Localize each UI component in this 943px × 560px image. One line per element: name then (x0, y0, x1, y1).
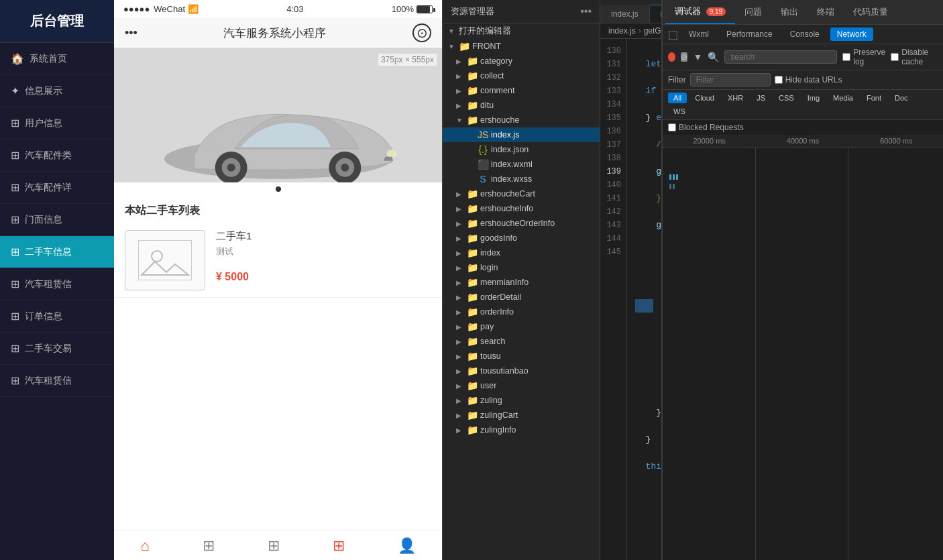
bottom-nav-grid2[interactable]: ⊞ (268, 537, 280, 555)
folder-pay[interactable]: ▶ 📁 pay (443, 319, 600, 334)
dt-tab-performance[interactable]: Performance (720, 27, 779, 41)
bottom-nav-home[interactable]: ⌂ (140, 537, 149, 555)
folder-ershouche-order[interactable]: ▶ 📁 ershoucheOrderInfo (443, 216, 600, 231)
preserve-log-group: Preserve log (842, 48, 885, 66)
sidebar-item-used-trade[interactable]: ⊞ 二手车交易 (0, 333, 114, 365)
folder-ershouche-info[interactable]: ▶ 📁 ershoucheInfo (443, 201, 600, 216)
front-root[interactable]: ▼ 📁 FRONT (443, 39, 600, 54)
type-img[interactable]: Img (802, 93, 825, 103)
dt-tab-console[interactable]: Console (783, 27, 826, 41)
folder-comment[interactable]: ▶ 📁 comment (443, 83, 600, 98)
devtools-tab-debugger[interactable]: 调试器 9,19 (665, 0, 735, 24)
type-ws[interactable]: WS (668, 106, 691, 117)
folder-login[interactable]: ▶ 📁 login (443, 260, 600, 275)
ln-135: 135 (600, 111, 626, 125)
record-button[interactable] (668, 52, 675, 62)
wxml-file-icon: ⬛ (478, 159, 488, 170)
type-xhr[interactable]: XHR (722, 93, 748, 103)
sidebar-item-parts-cat[interactable]: ⊞ 汽车配件类 (0, 139, 114, 172)
type-doc[interactable]: Doc (889, 93, 913, 103)
sidebar-item-storefront[interactable]: ⊞ 门面信息 (0, 204, 114, 236)
sidebar-item-rental2[interactable]: ⊞ 汽车租赁信 (0, 365, 114, 397)
line-numbers: 130 131 132 133 134 135 136 137 138 139 … (600, 39, 627, 560)
index-json-label: index.json (491, 145, 529, 154)
folder-zuling-info[interactable]: ▶ 📁 zulingInfo (443, 423, 600, 437)
file-index-wxss[interactable]: ▶ S index.wxss (443, 172, 600, 186)
folder-category[interactable]: ▶ 📁 category (443, 54, 600, 68)
editor-tab-1[interactable]: index.js (600, 5, 650, 23)
bottom-nav-grid1[interactable]: ⊞ (203, 537, 215, 555)
network-search-input[interactable] (724, 50, 837, 64)
file-index-wxml[interactable]: ▶ ⬛ index.wxml (443, 157, 600, 172)
folder-order-info[interactable]: ▶ 📁 orderInfo (443, 304, 600, 319)
sidebar-item-home[interactable]: 🏠 系统首页 (0, 43, 114, 75)
cat-arrow: ▶ (456, 58, 464, 65)
folder-menmian[interactable]: ▶ 📁 menmianInfo (443, 275, 600, 290)
devtools-tab-quality[interactable]: 代码质量 (844, 1, 897, 23)
type-js[interactable]: JS (751, 93, 771, 103)
devtools-panel: 调试器 9,19 问题 输出 终端 代码质量 ⬚ Wxml Performanc… (661, 0, 943, 560)
folder-zuling-cart[interactable]: ▶ 📁 zulingCart (443, 408, 600, 423)
code-line-131: if (!goodsInfoGoodsList || (635, 85, 653, 98)
sidebar-item-order[interactable]: ⊞ 订单信息 (0, 300, 114, 333)
more-icon[interactable]: ••• (125, 26, 137, 40)
type-cloud[interactable]: Cloud (689, 93, 720, 103)
disable-cache-checkbox[interactable] (891, 53, 899, 61)
preserve-log-label: Preserve log (853, 48, 885, 66)
devtools-tab-output[interactable]: 输出 (771, 1, 808, 23)
folder-search[interactable]: ▶ 📁 search (443, 334, 600, 349)
sidebar-item-display[interactable]: ✦ 信息展示 (0, 75, 114, 107)
bottom-nav-grid3[interactable]: ⊞ (333, 537, 345, 555)
devtools-tab-terminal[interactable]: 终端 (808, 1, 844, 23)
dt-tab-network[interactable]: Network (830, 27, 873, 41)
opened-editors-header[interactable]: ▼ 打开的编辑器 (443, 23, 600, 39)
folder-user[interactable]: ▶ 📁 user (443, 378, 600, 393)
type-css[interactable]: CSS (773, 93, 799, 103)
folder-index[interactable]: ▶ 📁 index (443, 245, 600, 260)
sidebar-item-used-car[interactable]: ⊞ 二手车信息 (0, 236, 114, 268)
type-font[interactable]: Font (861, 93, 887, 103)
file-index-js[interactable]: ▶ JS index.js (443, 127, 600, 142)
cursor-icon[interactable]: ⬚ (668, 28, 678, 41)
stop-button[interactable]: ⊘ (681, 52, 688, 62)
code-content[interactable]: let goodsInfoGoodsList = re if (!goodsIn… (627, 39, 661, 560)
folder-zuling[interactable]: ▶ 📁 zuling (443, 393, 600, 408)
folder-tousutianbao[interactable]: ▶ 📁 tousutianbao (443, 363, 600, 378)
dt-tab-wxml[interactable]: Wxml (682, 27, 716, 41)
code-area: 130 131 132 133 134 135 136 137 138 139 … (600, 39, 661, 560)
file-index-json[interactable]: ▶ {.} index.json (443, 142, 600, 157)
filter-icon[interactable]: ▼ (693, 52, 702, 62)
folder-ditu[interactable]: ▶ 📁 ditu (443, 98, 600, 113)
editor-breadcrumb: index.js › getGoodsInfoGoodsList (600, 23, 661, 39)
folder-collect[interactable]: ▶ 📁 collect (443, 68, 600, 83)
user-folder-icon: 📁 (467, 380, 478, 391)
sidebar-item-user[interactable]: ⊞ 用户信息 (0, 107, 114, 139)
ln-143: 143 (600, 219, 626, 232)
bottom-nav-profile[interactable]: 👤 (398, 537, 416, 555)
filter-input[interactable] (690, 73, 771, 87)
record-button[interactable]: ⊙ (412, 23, 431, 42)
panel-title: 资源管理器 (451, 5, 494, 17)
folder-ershouche[interactable]: ▼ 📁 ershouche (443, 113, 600, 127)
order-icon: ⊞ (11, 310, 19, 323)
preserve-log-checkbox[interactable] (842, 53, 850, 61)
blocked-requests-checkbox[interactable] (668, 123, 676, 131)
folder-ershouche-cart[interactable]: ▶ 📁 ershoucheCart (443, 186, 600, 201)
ln-131: 131 (600, 58, 626, 71)
hide-data-urls-checkbox[interactable] (775, 76, 783, 84)
folder-tousu[interactable]: ▶ 📁 tousu (443, 349, 600, 363)
phone-frame: ●●●●● WeChat 📶 4:03 100% ••• 汽车服务系统小程序 ⊙ (114, 0, 442, 560)
editor-tab-2[interactable]: index.js (650, 5, 661, 23)
car-list-item[interactable]: 二手车1 测试 ¥ 5000 (114, 223, 442, 298)
type-media[interactable]: Media (828, 93, 858, 103)
ditu-arrow: ▶ (456, 102, 464, 109)
sidebar-item-rental[interactable]: ⊞ 汽车租赁信 (0, 268, 114, 300)
search-icon[interactable]: 🔍 (708, 52, 719, 62)
ersh-folder-icon: 📁 (467, 115, 478, 125)
type-all[interactable]: All (668, 93, 687, 103)
sidebar-item-parts-detail[interactable]: ⊞ 汽车配件详 (0, 172, 114, 204)
more-options-icon[interactable]: ••• (580, 5, 592, 17)
folder-order-detail[interactable]: ▶ 📁 orderDetail (443, 290, 600, 304)
folder-goods-info[interactable]: ▶ 📁 goodsInfo (443, 231, 600, 245)
devtools-tab-issues[interactable]: 问题 (735, 1, 771, 23)
